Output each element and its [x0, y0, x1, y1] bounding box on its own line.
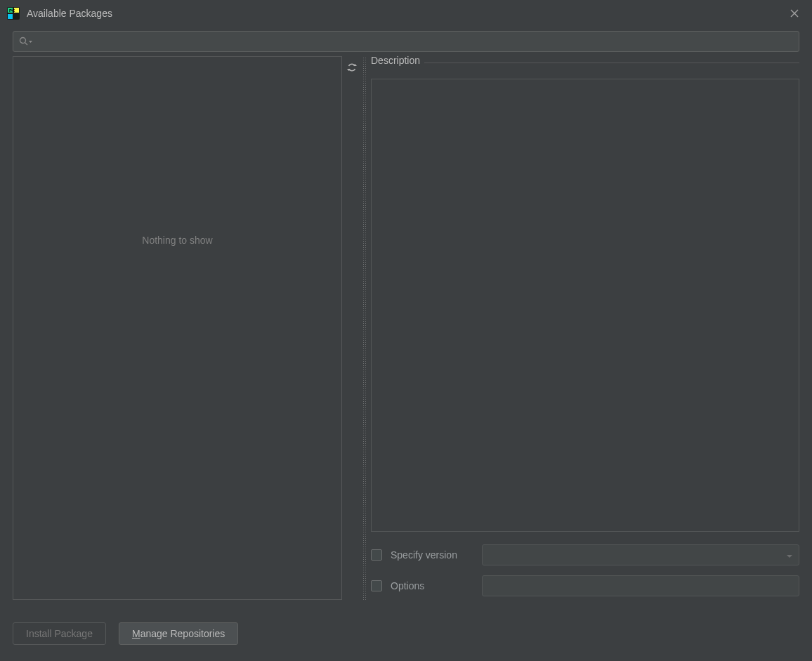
specify-version-checkbox[interactable]	[371, 549, 382, 561]
window-title: Available Packages	[27, 8, 112, 19]
options-label: Options	[391, 580, 473, 591]
version-combo[interactable]	[482, 544, 799, 565]
close-button[interactable]	[784, 3, 805, 24]
main-area: Nothing to show Description Specify ve	[0, 56, 812, 604]
titlebar: PC Available Packages	[0, 0, 812, 27]
options-row: Options	[371, 575, 799, 596]
chevron-down-icon	[786, 549, 793, 561]
splitter-handle[interactable]	[362, 56, 367, 600]
titlebar-left: PC Available Packages	[7, 7, 112, 20]
pycharm-icon: PC	[7, 7, 20, 20]
specify-version-label: Specify version	[391, 549, 473, 561]
refresh-button[interactable]	[346, 62, 358, 75]
install-package-button[interactable]: Install Package	[13, 622, 106, 645]
install-package-label: Install Package	[26, 628, 93, 639]
package-list[interactable]: Nothing to show	[13, 56, 342, 600]
description-box	[371, 79, 799, 532]
description-group: Description	[371, 56, 799, 532]
left-panel: Nothing to show	[13, 56, 362, 604]
search-icon	[19, 37, 33, 46]
options-checkbox[interactable]	[371, 580, 382, 591]
right-panel: Description Specify version Options	[367, 56, 799, 604]
empty-message: Nothing to show	[142, 235, 212, 246]
svg-point-7	[20, 38, 26, 44]
search-box[interactable]	[13, 31, 799, 52]
svg-line-8	[25, 43, 28, 46]
description-legend: Description	[371, 55, 424, 66]
button-bar: Install Package Manage Repositories	[13, 622, 238, 645]
manage-repositories-button[interactable]: Manage Repositories	[119, 622, 238, 645]
svg-rect-3	[8, 14, 13, 19]
search-row	[0, 27, 812, 56]
refresh-column	[342, 56, 362, 604]
search-input[interactable]	[37, 32, 799, 51]
manage-repositories-label: Manage Repositories	[132, 628, 225, 639]
description-divider	[371, 63, 799, 63]
options-field[interactable]	[482, 575, 799, 596]
specify-version-row: Specify version	[371, 544, 799, 565]
svg-text:PC: PC	[9, 8, 15, 13]
